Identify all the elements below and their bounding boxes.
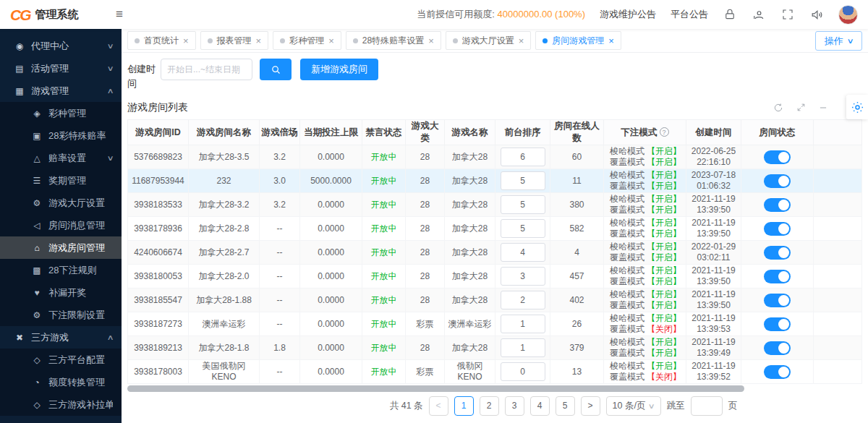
sidebar-item-bet-limit-settings[interactable]: ⚙ 下注限制设置: [0, 304, 122, 326]
cell-online-count: 13: [550, 360, 604, 384]
jump-page-input[interactable]: [691, 396, 723, 416]
customer-service-icon[interactable]: [752, 7, 766, 22]
sidebar-item-28-bet-rules[interactable]: ▩ 28下注规则: [0, 259, 122, 281]
sort-input[interactable]: [501, 338, 545, 357]
sidebar-item-lottery-management[interactable]: ◈ 彩种管理: [0, 102, 122, 124]
cell-bet-mode: 梭哈模式【开启】 覆盖模式【关闭】: [604, 360, 686, 384]
sidebar-item-third-party-games[interactable]: ✖ 三方游戏 ∧: [0, 326, 122, 349]
cover-mode-state: 【开启】: [647, 300, 681, 310]
credit-info: 当前授信可用额度: 40000000.00 (100%): [417, 8, 585, 21]
sort-input[interactable]: [501, 243, 545, 262]
tab-game-hall-settings[interactable]: 游戏大厅设置 ×: [446, 31, 532, 50]
page-button-1[interactable]: 1: [454, 396, 474, 416]
search-button[interactable]: [260, 59, 292, 80]
tab-28-special-odds[interactable]: 28特殊赔率设置 ×: [346, 31, 441, 50]
sidebar-item-quota-conversion[interactable]: ◔ 额度转换管理: [0, 371, 122, 393]
sort-input[interactable]: [501, 291, 545, 309]
sort-input[interactable]: [501, 148, 545, 166]
room-status-toggle[interactable]: [764, 174, 791, 188]
tab-actions-dropdown[interactable]: 操作 ∨: [815, 31, 862, 51]
maintenance-notice-link[interactable]: 游戏维护公告: [600, 8, 656, 21]
sort-input[interactable]: [501, 315, 545, 333]
prev-page-button[interactable]: <: [429, 396, 448, 416]
page-button-3[interactable]: 3: [505, 396, 524, 416]
tab-home-stats[interactable]: 首页统计 ×: [127, 31, 196, 50]
scrollbar-thumb[interactable]: [127, 385, 744, 392]
cell-created-time: 2021-11-19 13:39:53: [686, 312, 741, 336]
tab-dot: [453, 38, 458, 43]
cell-room-name: 加拿大28-2.0: [189, 265, 260, 289]
add-game-room-button[interactable]: 新增游戏房间: [300, 59, 378, 80]
refresh-icon[interactable]: [773, 102, 784, 114]
cell-bet-mode: 梭哈模式【开启】 覆盖模式【开启】: [604, 169, 686, 193]
sidebar-item-room-message-management[interactable]: ◁ 房间消息管理: [0, 214, 122, 236]
sidebar-item-game-hall-settings[interactable]: ⚙ 游戏大厅设置: [0, 192, 122, 214]
cell-created-time: 2022-06-25 22:16:10: [686, 145, 741, 169]
sidebar-collapse-icon[interactable]: ≡: [116, 7, 123, 22]
tab-report-management[interactable]: 报表管理 ×: [200, 31, 269, 50]
room-status-toggle[interactable]: [764, 222, 791, 236]
help-icon[interactable]: ?: [660, 127, 669, 137]
tab-lottery-management[interactable]: 彩种管理 ×: [273, 31, 341, 50]
room-list-panel: 游戏房间列表: [127, 95, 862, 419]
sidebar-item-game-management[interactable]: ▦ 游戏管理 ∧: [0, 80, 122, 102]
platform-notice-link[interactable]: 平台公告: [671, 8, 708, 21]
cell-online-count: 582: [550, 217, 604, 241]
date-range-input[interactable]: [161, 59, 252, 80]
cell-bet-limit: 5000.0000: [300, 169, 362, 193]
soha-mode-label: 梭哈模式: [610, 265, 644, 275]
page-button-5[interactable]: 5: [556, 396, 575, 416]
sidebar-item-makeup-draw[interactable]: ♥ 补漏开奖: [0, 281, 122, 304]
logo: CG 管理系统: [0, 7, 122, 22]
room-status-toggle[interactable]: [764, 317, 791, 331]
next-page-button[interactable]: >: [581, 396, 600, 416]
room-status-toggle[interactable]: [764, 294, 791, 307]
sort-input[interactable]: [501, 195, 545, 214]
room-status-toggle[interactable]: [764, 246, 791, 260]
sort-input[interactable]: [501, 219, 545, 238]
created-time: 13:39:50: [688, 276, 739, 287]
room-status-toggle[interactable]: [764, 341, 791, 355]
search-icon: [271, 64, 281, 75]
sort-input[interactable]: [501, 171, 545, 190]
close-icon[interactable]: ×: [608, 36, 614, 46]
speaker-icon[interactable]: [809, 7, 824, 22]
page-size-select[interactable]: 10 条/页 ∨: [606, 396, 661, 416]
room-status-toggle[interactable]: [764, 365, 791, 379]
sort-input[interactable]: [501, 267, 545, 286]
cell-bet-limit: 0.0000: [300, 265, 362, 289]
cell-bet-limit: 0.0000: [300, 193, 362, 217]
sidebar-item-third-party-pull-orders[interactable]: ◇ 三方游戏补拉单: [0, 393, 122, 416]
close-icon[interactable]: ×: [428, 36, 434, 46]
cell-multiplier: 3.2: [260, 193, 300, 217]
cell-empty: [814, 336, 862, 360]
sort-input[interactable]: [501, 362, 545, 381]
sidebar-item-period-management[interactable]: ☰ 奖期管理: [0, 169, 122, 192]
cell-room-id: 3938180053: [128, 265, 189, 289]
sidebar-item-odds-settings[interactable]: △ 赔率设置 ∨: [0, 147, 122, 169]
room-status-toggle[interactable]: [764, 198, 791, 212]
page-button-2[interactable]: 2: [480, 396, 499, 416]
expand-icon[interactable]: [795, 102, 807, 114]
cell-room-name: 加拿大28-3.2: [189, 193, 260, 217]
page-button-4[interactable]: 4: [530, 396, 550, 416]
room-status-toggle[interactable]: [764, 150, 791, 164]
lock-icon[interactable]: [723, 7, 737, 22]
fullscreen-icon[interactable]: [780, 7, 795, 22]
period-icon: ☰: [32, 176, 42, 186]
user-avatar[interactable]: [838, 5, 858, 25]
sidebar-item-agent-center[interactable]: ◉ 代理中心 ∨: [0, 35, 122, 57]
close-icon[interactable]: ×: [328, 36, 334, 46]
tab-room-game-management[interactable]: 房间游戏管理 ×: [535, 31, 621, 50]
room-management-icon: ⌂: [32, 243, 42, 253]
close-icon[interactable]: ×: [183, 36, 189, 46]
sidebar-item-activity[interactable]: ▤ 活动管理 ∨: [0, 57, 122, 80]
column-settings-gear-icon[interactable]: [846, 95, 868, 119]
close-icon[interactable]: ×: [519, 36, 524, 46]
sidebar-item-28-special-odds[interactable]: ▣ 28彩特殊赔率: [0, 124, 122, 147]
close-icon[interactable]: ×: [256, 36, 262, 46]
sidebar-item-game-room-management[interactable]: ⌂ 游戏房间管理: [0, 236, 122, 259]
room-status-toggle[interactable]: [764, 270, 791, 283]
sidebar-item-third-party-platform-config[interactable]: ◇ 三方平台配置: [0, 349, 122, 371]
collapse-panel-icon[interactable]: [817, 102, 829, 114]
